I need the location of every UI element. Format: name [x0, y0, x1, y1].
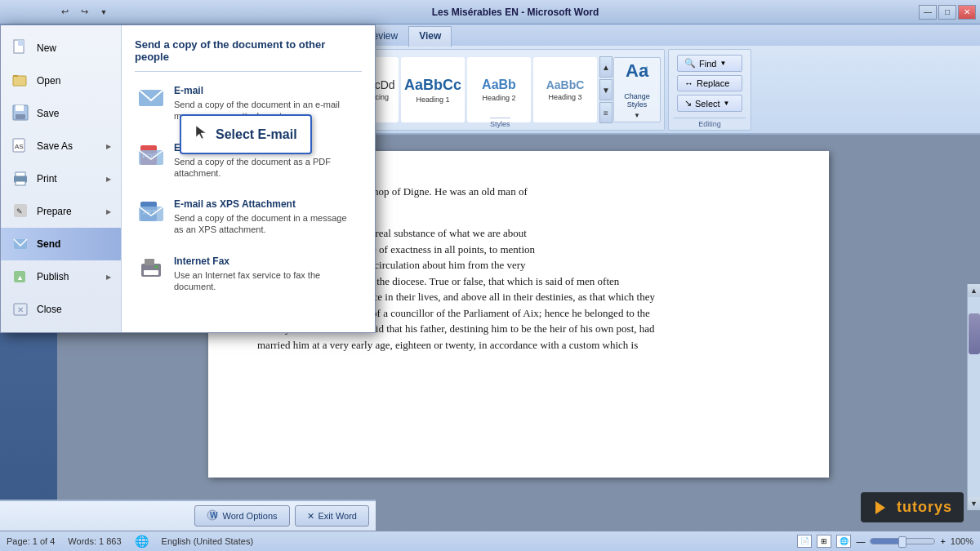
menu-item-save-as[interactable]: AS Save As ▶ — [1, 130, 121, 162]
maximize-button[interactable]: □ — [938, 5, 956, 20]
exit-word-button[interactable]: ✕ Exit Word — [295, 505, 369, 527]
window-controls: — □ ✕ — [919, 5, 976, 20]
language-status: English (United States) — [162, 536, 254, 546]
undo-button[interactable]: ↩ — [56, 4, 73, 20]
new-icon — [11, 38, 30, 58]
style-heading1[interactable]: AaBbCc Heading 1 — [401, 57, 465, 122]
svg-marker-11 — [18, 40, 24, 46]
change-styles-icon: Aa → — [624, 60, 650, 89]
svg-text:✕: ✕ — [17, 305, 24, 314]
styles-scroll-more[interactable]: ≡ — [599, 102, 612, 123]
exit-word-icon: ✕ — [307, 511, 314, 522]
select-arrow: ▼ — [724, 100, 730, 107]
zoom-slider[interactable] — [870, 538, 935, 544]
zoom-level: 100% — [951, 536, 973, 546]
save-icon — [11, 104, 30, 123]
svg-rect-12 — [13, 76, 26, 86]
menu-item-prepare[interactable]: ✎ Prepare ▶ — [1, 195, 121, 228]
prepare-arrow: ▶ — [106, 208, 111, 216]
menu-item-publish[interactable]: ▲ Publish ▶ — [1, 260, 121, 293]
select-button[interactable]: ↘ Select ▼ — [677, 95, 742, 112]
close-button[interactable]: ✕ — [958, 5, 976, 20]
menu-item-new[interactable]: New — [1, 32, 121, 64]
select-email-tooltip: Select E-mail — [180, 114, 312, 154]
svg-text:▲: ▲ — [16, 273, 24, 282]
office-menu-right: Send a copy of the document to other peo… — [122, 25, 375, 332]
h3-label: Heading 3 — [548, 93, 581, 101]
style-heading2[interactable]: AaBb Heading 2 — [467, 57, 531, 122]
svg-rect-39 — [154, 265, 158, 269]
styles-scroll-down[interactable]: ▼ — [599, 79, 612, 100]
editing-group-label: Editing — [674, 118, 746, 128]
menu-item-save[interactable]: Save — [1, 97, 121, 130]
view-print-button[interactable]: 📄 — [797, 535, 812, 548]
view-web-button[interactable]: 🌐 — [836, 535, 851, 548]
replace-button[interactable]: ↔ Replace — [677, 75, 742, 91]
doc-text-2h: married him at a very early age, eightee… — [257, 339, 638, 351]
find-button[interactable]: 🔍 Find ▼ — [677, 55, 742, 72]
view-full-button[interactable]: ⊞ — [817, 535, 831, 548]
publish-icon: ▲ — [11, 267, 30, 287]
menu-open-label: Open — [37, 75, 60, 87]
menu-item-close[interactable]: ✕ Close — [1, 293, 121, 326]
svg-marker-8 — [875, 501, 885, 514]
status-bar: Page: 1 of 4 Words: 1 863 🌐 English (Uni… — [0, 531, 980, 551]
svg-rect-21 — [16, 181, 25, 185]
svg-rect-37 — [145, 259, 154, 265]
window-title: Les Misérables EN - Microsoft Word — [432, 7, 599, 18]
h2-preview: AaBb — [482, 78, 516, 92]
qa-dropdown-button[interactable]: ▼ — [96, 4, 112, 20]
vertical-scrollbar: ▲ ▼ — [967, 284, 980, 510]
svg-text:W: W — [210, 511, 218, 520]
menu-item-print[interactable]: Print ▶ — [1, 162, 121, 195]
open-icon — [11, 71, 30, 91]
change-styles-button[interactable]: Aa → ChangeStyles ▼ — [613, 57, 661, 122]
svg-rect-16 — [16, 114, 25, 119]
word-options-label: Word Options — [222, 511, 277, 521]
status-right: 📄 ⊞ 🌐 — + 100% — [797, 535, 973, 548]
fax-icon — [138, 256, 164, 282]
scroll-up-button[interactable]: ▲ — [968, 284, 980, 297]
print-arrow: ▶ — [106, 176, 111, 183]
svg-text:→: → — [640, 61, 650, 73]
menu-save-label: Save — [37, 108, 59, 119]
menu-save-as-label: Save As — [37, 140, 73, 152]
replace-label: Replace — [697, 78, 729, 88]
h3-preview: AaBbC — [546, 78, 585, 91]
svg-text:✎: ✎ — [16, 207, 23, 216]
fax-title: Internet Fax — [174, 256, 359, 267]
minimize-button[interactable]: — — [919, 5, 937, 20]
send-option-email-xps[interactable]: XPS E-mail as XPS Attachment Send a copy… — [135, 195, 362, 239]
scroll-down-button[interactable]: ▼ — [968, 497, 980, 510]
styles-scroll-up[interactable]: ▲ — [599, 56, 612, 78]
email-xps-desc: Send a copy of the document in a message… — [174, 212, 359, 236]
styles-group-label: Styles — [490, 118, 510, 128]
zoom-plus-button[interactable]: + — [940, 536, 945, 546]
send-option-fax-text: Internet Fax Use an Internet fax service… — [174, 256, 359, 293]
scroll-thumb[interactable] — [969, 313, 980, 354]
language-icon: 🌐 — [135, 535, 149, 548]
menu-prepare-label: Prepare — [37, 206, 72, 217]
change-styles-label: ChangeStyles — [624, 92, 650, 109]
prepare-icon: ✎ — [11, 202, 30, 221]
word-options-button[interactable]: W Word Options — [194, 505, 289, 527]
editing-group-content: 🔍 Find ▼ ↔ Replace ↘ Select ▼ — [674, 51, 746, 116]
zoom-minus-button[interactable]: — — [856, 536, 865, 546]
redo-button[interactable]: ↪ — [76, 4, 92, 20]
send-option-fax[interactable]: Internet Fax Use an Internet fax service… — [135, 252, 362, 296]
replace-icon: ↔ — [684, 78, 693, 88]
title-bar: ↩ ↪ ▼ Les Misérables EN - Microsoft Word… — [0, 0, 980, 24]
email-icon — [138, 85, 164, 111]
tab-view[interactable]: View — [408, 26, 452, 47]
menu-item-open[interactable]: Open — [1, 64, 121, 97]
zoom-handle[interactable] — [898, 536, 906, 548]
menu-item-send[interactable]: Send — [1, 228, 121, 260]
svg-marker-40 — [196, 126, 206, 139]
save-as-arrow: ▶ — [106, 143, 111, 150]
fax-desc: Use an Internet fax service to fax the d… — [174, 269, 359, 293]
send-menu-title: Send a copy of the document to other peo… — [135, 38, 362, 72]
h1-label: Heading 1 — [416, 96, 449, 104]
svg-rect-38 — [144, 270, 158, 275]
style-heading3[interactable]: AaBbC Heading 3 — [533, 57, 597, 122]
print-icon — [11, 169, 30, 189]
